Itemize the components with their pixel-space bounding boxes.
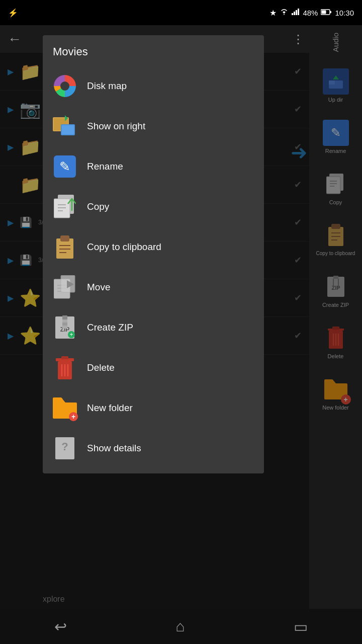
menu-item-create-zip-label: Create ZIP xyxy=(87,322,133,333)
menu-item-copy[interactable]: Copy xyxy=(43,187,264,227)
zip-icon: ZIP + xyxy=(53,315,77,340)
context-menu-title: Movies xyxy=(43,35,264,66)
svg-text:?: ? xyxy=(61,440,68,453)
menu-item-move-label: Move xyxy=(87,282,110,293)
svg-rect-1 xyxy=(294,12,295,15)
menu-item-copy-clipboard-label: Copy to clipboard xyxy=(87,242,161,253)
svg-point-31 xyxy=(60,82,69,91)
context-menu: Movies Disk map Sho xyxy=(43,35,264,473)
menu-item-delete-label: Delete xyxy=(87,362,115,373)
menu-item-rename[interactable]: ✎ Rename xyxy=(43,146,264,187)
delete-icon xyxy=(53,356,77,380)
menu-item-new-folder-label: New folder xyxy=(87,403,133,414)
svg-rect-0 xyxy=(292,13,293,15)
svg-rect-56 xyxy=(62,323,67,326)
disk-map-icon xyxy=(53,74,77,98)
status-bar: ⚡ ★ 48% 10:30 xyxy=(0,0,362,25)
menu-item-copy-label: Copy xyxy=(87,201,109,212)
svg-rect-43 xyxy=(60,235,69,242)
menu-item-show-right-label: Show on right xyxy=(87,121,145,132)
menu-item-copy-clipboard[interactable]: Copy to clipboard xyxy=(43,227,264,267)
clipboard-icon xyxy=(53,235,77,259)
menu-item-show-details[interactable]: ? Show details xyxy=(43,428,264,468)
status-right: ★ 48% 10:30 xyxy=(269,8,354,18)
menu-item-disk-map[interactable]: Disk map xyxy=(43,66,264,106)
svg-rect-65 xyxy=(61,356,68,359)
menu-item-delete[interactable]: Delete xyxy=(43,348,264,388)
signal-icon xyxy=(292,8,300,17)
menu-item-move[interactable]: Move xyxy=(43,267,264,307)
menu-item-show-details-label: Show details xyxy=(87,443,141,454)
menu-item-disk-map-label: Disk map xyxy=(87,80,127,92)
status-left: ⚡ xyxy=(8,8,18,18)
show-right-icon xyxy=(53,114,77,138)
wifi-icon xyxy=(280,8,289,17)
menu-item-show-on-right[interactable]: Show on right xyxy=(43,106,264,146)
svg-rect-6 xyxy=(322,11,326,14)
bluetooth-icon: ★ xyxy=(269,8,277,18)
time-display: 10:30 xyxy=(335,9,354,17)
svg-rect-2 xyxy=(296,10,297,15)
svg-rect-55 xyxy=(62,319,67,323)
battery-percent: 48% xyxy=(303,9,318,17)
svg-rect-35 xyxy=(62,125,74,134)
menu-item-rename-label: Rename xyxy=(87,161,123,172)
menu-item-create-zip[interactable]: ZIP + Create ZIP xyxy=(43,307,264,348)
rename-icon-box: ✎ xyxy=(54,155,76,178)
svg-rect-5 xyxy=(330,11,331,13)
usb-icon: ⚡ xyxy=(8,8,18,18)
menu-item-new-folder[interactable]: + New folder xyxy=(43,388,264,428)
new-folder-icon: + xyxy=(53,396,77,420)
battery-icon xyxy=(321,8,332,17)
svg-text:+: + xyxy=(69,331,73,338)
svg-rect-3 xyxy=(298,9,299,15)
details-icon: ? xyxy=(53,436,77,460)
copy-icon xyxy=(53,195,77,219)
svg-rect-53 xyxy=(62,315,67,319)
new-folder-plus-icon: + xyxy=(69,412,78,421)
move-icon xyxy=(53,275,77,299)
rename-icon: ✎ xyxy=(53,154,77,179)
svg-rect-57 xyxy=(62,326,67,329)
